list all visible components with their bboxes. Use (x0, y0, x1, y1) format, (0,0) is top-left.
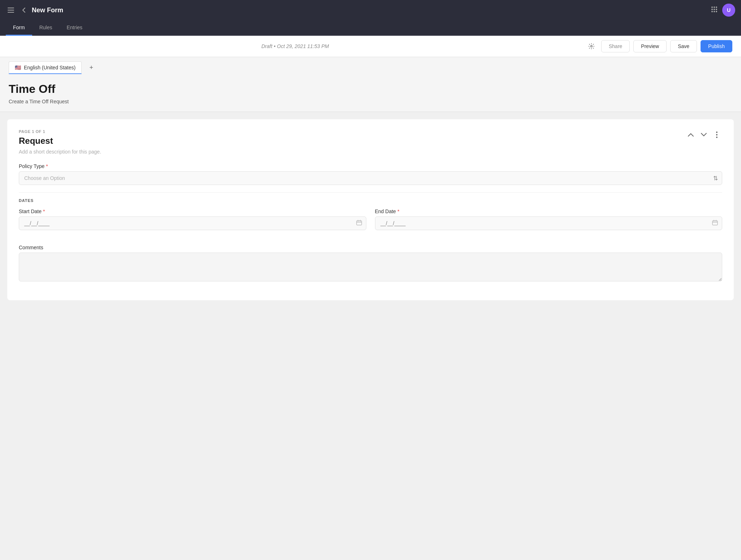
page-up-button[interactable] (685, 129, 696, 140)
svg-point-11 (716, 11, 717, 12)
add-language-button[interactable]: + (86, 63, 96, 73)
tab-form[interactable]: Form (6, 20, 32, 36)
start-date-field: Start Date * (19, 208, 366, 230)
svg-point-8 (716, 9, 717, 10)
policy-type-field: Policy Type * Choose an Option ⇅ (19, 163, 722, 185)
comments-field: Comments (19, 245, 722, 283)
date-row: Start Date * End Date * (19, 208, 722, 237)
policy-type-label: Policy Type * (19, 163, 722, 169)
language-tab[interactable]: 🇺🇸 English (United States) (9, 61, 82, 74)
policy-type-select-wrapper: Choose an Option ⇅ (19, 171, 722, 185)
end-date-label: End Date * (375, 208, 723, 214)
svg-point-12 (591, 46, 593, 47)
tab-bar: Form Rules Entries (0, 20, 741, 36)
start-date-input[interactable] (19, 216, 366, 230)
form-header: Time Off Create a Time Off Request (0, 74, 741, 112)
grid-icon[interactable] (711, 6, 718, 15)
comments-textarea[interactable] (19, 253, 722, 281)
draft-status: Draft • Oct 29, 2021 11:53 PM (9, 43, 582, 49)
policy-type-required: * (46, 163, 48, 169)
svg-rect-1 (8, 10, 14, 10)
top-bar: New Form U (0, 0, 741, 20)
svg-point-13 (716, 132, 718, 133)
page-card-header-left: PAGE 1 OF 1 Request Add a short descript… (19, 129, 101, 163)
page-label: PAGE 1 OF 1 (19, 129, 101, 134)
svg-point-14 (716, 134, 718, 135)
language-bar: 🇺🇸 English (United States) + (0, 57, 741, 74)
page-card-controls (685, 129, 722, 140)
svg-point-6 (711, 9, 713, 10)
start-date-label: Start Date * (19, 208, 366, 214)
svg-point-15 (716, 137, 718, 138)
page-card-title: Request (19, 136, 101, 146)
svg-point-5 (716, 7, 717, 8)
start-date-wrapper (19, 216, 366, 230)
end-date-field: End Date * (375, 208, 723, 230)
form-title: Time Off (9, 82, 732, 96)
tab-entries[interactable]: Entries (59, 20, 90, 36)
svg-rect-0 (8, 8, 14, 8)
dates-divider (19, 192, 722, 193)
svg-point-9 (711, 11, 713, 12)
flag-icon: 🇺🇸 (15, 65, 21, 70)
page-card-desc: Add a short description for this page. (19, 149, 101, 155)
share-button[interactable]: Share (601, 40, 630, 52)
start-date-required: * (43, 208, 45, 214)
language-label: English (United States) (24, 65, 76, 70)
policy-type-select[interactable]: Choose an Option (19, 171, 722, 185)
top-bar-right: U (711, 4, 735, 17)
svg-rect-2 (8, 12, 14, 13)
settings-button[interactable] (585, 40, 598, 52)
page-down-button[interactable] (698, 129, 709, 140)
page-card-header: PAGE 1 OF 1 Request Add a short descript… (19, 129, 722, 163)
sidebar-toggle[interactable] (6, 5, 16, 15)
toolbar: Draft • Oct 29, 2021 11:53 PM Share Prev… (0, 36, 741, 57)
form-subtitle: Create a Time Off Request (9, 99, 732, 104)
preview-button[interactable]: Preview (633, 40, 667, 52)
back-button[interactable] (19, 5, 29, 15)
page-more-button[interactable] (711, 129, 722, 140)
publish-button[interactable]: Publish (701, 40, 732, 52)
form-content: PAGE 1 OF 1 Request Add a short descript… (0, 112, 741, 307)
dates-section-label: DATES (19, 198, 722, 203)
svg-point-7 (714, 9, 715, 10)
page-title: New Form (32, 7, 63, 14)
top-bar-left: New Form (6, 5, 706, 15)
avatar-initials: U (727, 7, 731, 13)
tab-rules[interactable]: Rules (32, 20, 60, 36)
comments-label: Comments (19, 245, 722, 250)
save-button[interactable]: Save (670, 40, 697, 52)
svg-point-3 (711, 7, 713, 8)
end-date-input[interactable] (375, 216, 723, 230)
svg-point-4 (714, 7, 715, 8)
svg-point-10 (714, 11, 715, 12)
form-page-card: PAGE 1 OF 1 Request Add a short descript… (7, 119, 734, 300)
end-date-wrapper (375, 216, 723, 230)
end-date-required: * (397, 208, 399, 214)
avatar[interactable]: U (722, 4, 735, 17)
